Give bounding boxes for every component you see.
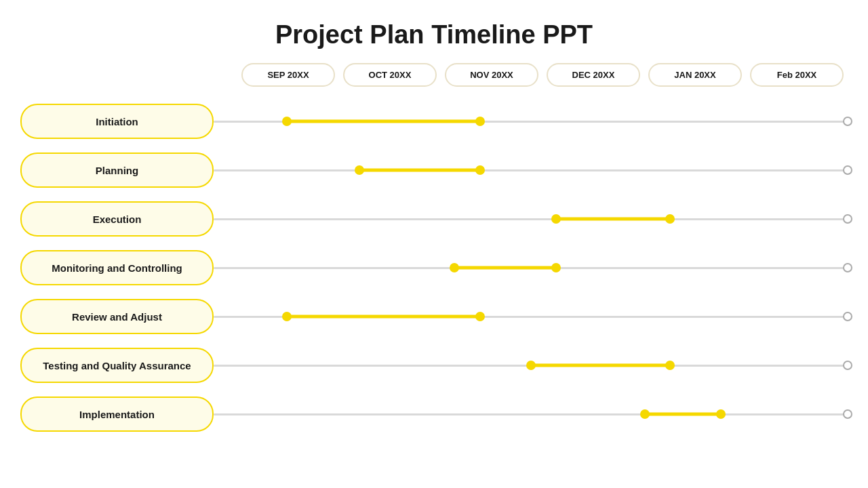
row-track-1 (214, 152, 848, 188)
end-circle-0 (843, 117, 852, 126)
end-circle-3 (843, 263, 852, 272)
timeline-container: InitiationPlanningExecutionMonitoring an… (20, 97, 848, 439)
page-title: Project Plan Timeline PPT (20, 14, 848, 49)
progress-segment-4 (287, 315, 480, 319)
row-track-3 (214, 250, 848, 285)
row-label-4: Review and Adjust (20, 299, 214, 334)
dot-start-0 (282, 117, 292, 126)
end-circle-1 (843, 165, 852, 175)
dot-end-6 (716, 409, 726, 419)
timeline-row-6: Implementation (20, 390, 848, 439)
page-container: Project Plan Timeline PPT SEP 20XXOCT 20… (0, 0, 868, 488)
dot-end-5 (665, 361, 675, 370)
progress-segment-3 (454, 266, 556, 270)
end-circle-4 (843, 312, 852, 321)
row-label-3: Monitoring and Controlling (20, 250, 214, 285)
track-line-2 (214, 218, 848, 220)
progress-segment-6 (645, 413, 721, 416)
end-circle-6 (843, 409, 852, 419)
month-badge-5: Feb 20XX (750, 63, 844, 87)
progress-segment-5 (531, 364, 671, 367)
dot-end-2 (665, 214, 675, 224)
row-track-0 (214, 104, 848, 139)
dot-start-6 (640, 409, 650, 419)
timeline-row-3: Monitoring and Controlling (20, 243, 848, 292)
dot-start-3 (450, 263, 459, 272)
progress-segment-2 (556, 218, 670, 221)
row-track-5 (214, 348, 848, 383)
timeline-row-1: Planning (20, 146, 848, 195)
dot-start-1 (355, 165, 364, 175)
track-line-6 (214, 413, 848, 415)
end-circle-5 (843, 361, 852, 370)
timeline-row-5: Testing and Quality Assurance (20, 341, 848, 390)
row-label-0: Initiation (20, 104, 214, 139)
row-label-2: Execution (20, 201, 214, 237)
dot-end-4 (475, 312, 485, 321)
month-badge-1: OCT 20XX (343, 63, 437, 87)
row-label-6: Implementation (20, 396, 214, 432)
dot-end-1 (475, 165, 485, 175)
timeline-row-2: Execution (20, 195, 848, 243)
progress-segment-0 (287, 120, 480, 123)
progress-segment-1 (359, 169, 480, 172)
dot-start-2 (551, 214, 561, 224)
dot-end-0 (475, 117, 485, 126)
dot-end-3 (551, 263, 561, 272)
timeline-row-4: Review and Adjust (20, 292, 848, 341)
dot-start-5 (526, 361, 536, 370)
track-line-1 (214, 169, 848, 171)
end-circle-2 (843, 214, 852, 224)
dot-start-4 (282, 312, 292, 321)
row-track-2 (214, 201, 848, 237)
month-badge-0: SEP 20XX (241, 63, 335, 87)
months-row: SEP 20XXOCT 20XXNOV 20XXDEC 20XXJAN 20XX… (237, 63, 848, 87)
month-badge-4: JAN 20XX (648, 63, 742, 87)
row-track-6 (214, 396, 848, 432)
row-label-5: Testing and Quality Assurance (20, 348, 214, 383)
month-badge-3: DEC 20XX (547, 63, 640, 87)
row-label-1: Planning (20, 152, 214, 188)
timeline-row-0: Initiation (20, 97, 848, 146)
month-badge-2: NOV 20XX (445, 63, 538, 87)
row-track-4 (214, 299, 848, 334)
